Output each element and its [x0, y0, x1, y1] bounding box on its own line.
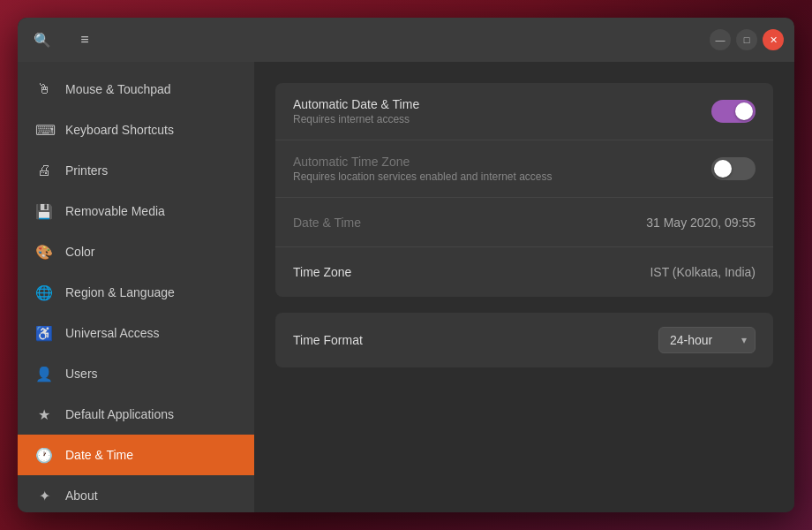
auto-date-time-title: Automatic Date & Time: [293, 97, 711, 111]
sidebar-item-universal-access[interactable]: ♿Universal Access: [18, 313, 254, 353]
sidebar-label-keyboard-shortcuts: Keyboard Shortcuts: [65, 123, 174, 137]
maximize-icon: □: [744, 34, 750, 45]
sidebar-item-printers[interactable]: 🖨Printers: [18, 150, 254, 191]
time-format-title: Time Format: [293, 333, 658, 347]
auto-date-time-subtitle: Requires internet access: [293, 113, 711, 125]
settings-group-1: Automatic Date & TimeRequires internet a…: [275, 83, 773, 297]
sidebar-item-date-time[interactable]: 🕐Date & Time: [18, 435, 254, 475]
menu-icon: ≡: [80, 32, 88, 48]
titlebar-left: 🔍 ≡: [28, 26, 267, 54]
sidebar-item-keyboard-shortcuts[interactable]: ⌨Keyboard Shortcuts: [18, 110, 254, 150]
minimize-icon: —: [716, 34, 726, 45]
sidebar-item-default-applications[interactable]: ★Default Applications: [18, 394, 254, 435]
sidebar-label-printers: Printers: [65, 163, 108, 178]
sidebar-item-color[interactable]: 🎨Color: [18, 231, 254, 272]
settings-row-time-format: Time FormatAM/PM24-hour▾: [275, 313, 773, 367]
minimize-button[interactable]: —: [710, 29, 731, 50]
sidebar-item-removable-media[interactable]: 💾Removable Media: [18, 191, 254, 231]
auto-timezone-subtitle: Requires location services enabled and i…: [293, 170, 711, 183]
settings-row-time-zone: Time ZoneIST (Kolkata, India): [275, 247, 773, 297]
auto-timezone-title: Automatic Time Zone: [293, 155, 711, 169]
sidebar-label-mouse-touchpad: Mouse & Touchpad: [65, 82, 171, 96]
settings-group-2: Time FormatAM/PM24-hour▾: [275, 313, 773, 367]
titlebar: 🔍 ≡ — □ ✕: [18, 18, 794, 62]
about-icon: ✦: [35, 488, 53, 504]
date-time-value: 31 May 2020, 09:55: [646, 216, 756, 230]
color-icon: 🎨: [35, 244, 53, 261]
settings-row-date-time: Date & Time31 May 2020, 09:55: [275, 198, 773, 247]
sidebar-label-region-language: Region & Language: [65, 285, 175, 299]
settings-row-auto-timezone: Automatic Time ZoneRequires location ser…: [275, 140, 773, 198]
printers-icon: 🖨: [35, 163, 53, 178]
search-button[interactable]: 🔍: [28, 26, 56, 54]
time-zone-title: Time Zone: [293, 265, 650, 279]
sidebar-label-removable-media: Removable Media: [65, 204, 165, 218]
content-area: 🖱Mouse & Touchpad⌨Keyboard Shortcuts🖨Pri…: [18, 62, 794, 512]
sidebar-label-universal-access: Universal Access: [65, 326, 160, 340]
sidebar-item-mouse-touchpad[interactable]: 🖱Mouse & Touchpad: [18, 69, 254, 110]
menu-button[interactable]: ≡: [71, 26, 99, 54]
sidebar-item-about[interactable]: ✦About: [18, 475, 254, 512]
time-format-dropdown[interactable]: AM/PM24-hour: [658, 327, 756, 353]
sidebar-label-about: About: [65, 488, 98, 503]
default-applications-icon: ★: [35, 406, 53, 423]
mouse-touchpad-icon: 🖱: [35, 81, 53, 97]
auto-timezone-toggle[interactable]: [711, 157, 756, 180]
auto-date-time-toggle[interactable]: [711, 100, 756, 123]
sidebar-label-color: Color: [65, 245, 94, 259]
settings-row-auto-date-time: Automatic Date & TimeRequires internet a…: [275, 83, 773, 140]
sidebar-item-users[interactable]: 👤Users: [18, 353, 254, 394]
close-icon: ✕: [770, 34, 778, 46]
removable-media-icon: 💾: [35, 203, 53, 220]
time-format-dropdown-wrapper: AM/PM24-hour▾: [658, 327, 756, 353]
sidebar-label-users: Users: [65, 367, 98, 381]
sidebar-label-default-applications: Default Applications: [65, 407, 174, 421]
close-button[interactable]: ✕: [763, 29, 784, 50]
region-language-icon: 🌐: [35, 284, 53, 301]
window-controls: — □ ✕: [710, 29, 784, 50]
universal-access-icon: ♿: [35, 325, 53, 342]
date-time-icon: 🕐: [35, 447, 53, 464]
users-icon: 👤: [35, 366, 53, 382]
sidebar-item-region-language[interactable]: 🌐Region & Language: [18, 272, 254, 313]
sidebar-label-date-time: Date & Time: [65, 448, 133, 462]
keyboard-shortcuts-icon: ⌨: [35, 122, 53, 139]
time-zone-value: IST (Kolkata, India): [650, 265, 756, 279]
settings-window: 🔍 ≡ — □ ✕ 🖱Mouse & Touchpad⌨Keyboard Sho…: [18, 18, 794, 512]
search-icon: 🔍: [34, 32, 51, 49]
main-content: Automatic Date & TimeRequires internet a…: [254, 62, 794, 512]
date-time-title: Date & Time: [293, 216, 646, 230]
sidebar: 🖱Mouse & Touchpad⌨Keyboard Shortcuts🖨Pri…: [18, 62, 254, 512]
maximize-button[interactable]: □: [736, 29, 757, 50]
